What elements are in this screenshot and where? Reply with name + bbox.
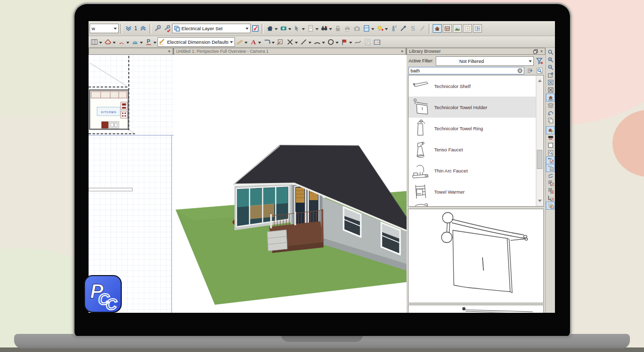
edit-house-icon[interactable] — [546, 127, 554, 134]
tape-measure-icon[interactable] — [235, 37, 245, 47]
wrench-check-icon[interactable] — [163, 23, 172, 34]
house-3d-render[interactable] — [174, 55, 407, 313]
layout-window-icon[interactable] — [473, 24, 482, 33]
ruler-check-icon[interactable] — [546, 195, 554, 202]
list-item[interactable]: Thin Arc Faucet — [409, 160, 543, 181]
grid-off-icon[interactable] — [546, 187, 554, 194]
list-item-partial[interactable] — [409, 202, 543, 207]
toggle-x-icon[interactable] — [546, 164, 554, 171]
floor-plan-drawing[interactable]: KITCHEN — [89, 55, 174, 313]
towel-ring-sketch-icon — [411, 119, 431, 138]
roll-up-icon[interactable] — [138, 23, 148, 34]
list-item-selected[interactable]: Technicolor Towel Holder — [409, 97, 543, 118]
close-icon[interactable]: × — [540, 49, 543, 54]
camera-view-titlebar: Untitled 1: Perspective Full Overview - … — [174, 48, 406, 55]
wall-icon[interactable] — [90, 37, 99, 47]
zoom-in-icon[interactable] — [546, 56, 554, 63]
page-zoom-icon[interactable] — [546, 149, 554, 156]
library-search-input[interactable] — [409, 67, 524, 74]
list-item[interactable]: Technicolor Shelf — [409, 75, 543, 97]
fill-window-icon[interactable] — [546, 79, 554, 86]
shelf-sketch-icon — [411, 76, 431, 96]
flag-icon[interactable] — [340, 37, 349, 47]
refresh-arrows-icon[interactable] — [546, 172, 554, 179]
cabinet-icon[interactable] — [362, 23, 371, 34]
library-browser-panel[interactable]: Library Browser × Active Filter: Not Fil… — [407, 48, 545, 313]
spray-icon[interactable] — [389, 23, 398, 34]
pencil-grid-icon[interactable] — [546, 202, 554, 209]
binoculars-icon[interactable] — [319, 23, 329, 34]
active-filter-combo[interactable]: Not Filtered — [436, 56, 534, 66]
line-icon[interactable] — [299, 37, 308, 47]
cabinet-tool-icon[interactable] — [130, 37, 140, 47]
wrench-icon[interactable] — [153, 23, 163, 34]
snapshot-icon[interactable] — [352, 23, 362, 34]
towel-warmer-sketch-icon — [411, 182, 431, 201]
floor-plan-panel[interactable]: × — [89, 48, 174, 313]
pan-icon[interactable] — [546, 71, 554, 78]
scroll-up-icon[interactable] — [538, 77, 542, 82]
towel-holder-plan-drawing — [409, 305, 543, 312]
camera-view-panel[interactable]: Untitled 1: Perspective Full Overview - … — [174, 48, 407, 313]
electrical-p-icon[interactable]: P — [144, 37, 153, 47]
print-icon[interactable] — [343, 23, 352, 34]
scroll-thumb[interactable] — [537, 150, 542, 169]
color-bar-icon[interactable] — [546, 134, 554, 141]
library-scrollbar[interactable] — [536, 75, 543, 206]
paint-icon[interactable] — [117, 37, 126, 47]
clear-search-icon[interactable] — [517, 68, 523, 73]
text-a-icon[interactable]: A — [249, 37, 258, 47]
roll-down-icon[interactable] — [124, 23, 133, 34]
lock-icon[interactable] — [333, 23, 343, 34]
close-icon[interactable]: × — [168, 49, 171, 54]
close-icon[interactable]: × — [401, 49, 404, 54]
list-item[interactable]: Technicolor Towel Ring — [409, 118, 543, 139]
list-item-label: Towel Warmer — [434, 189, 464, 195]
toggle-check-icon[interactable] — [546, 157, 554, 164]
trim-icon[interactable] — [276, 37, 285, 47]
leader-line-icon[interactable] — [262, 37, 272, 47]
home-icon[interactable] — [265, 23, 275, 34]
scroll-down-icon[interactable] — [538, 200, 542, 204]
eyedropper-icon[interactable] — [398, 23, 408, 34]
elevation-window-icon[interactable] — [443, 24, 452, 33]
cross-x-icon[interactable] — [285, 37, 295, 47]
dimension-defaults-combo[interactable]: Electrical Dimension Defaults — [157, 37, 235, 47]
electrical-window-icon[interactable] — [463, 24, 472, 33]
layer-set-combo[interactable]: Electrical Layer Set — [172, 24, 251, 33]
list-item-label: Technicolor Towel Holder — [434, 105, 487, 110]
float-window-icon[interactable] — [533, 49, 538, 54]
open-page-icon[interactable] — [306, 23, 315, 34]
layer-options-icon[interactable] — [251, 23, 260, 34]
orbit-house-icon[interactable] — [546, 94, 554, 101]
light-add-icon[interactable] — [375, 23, 385, 34]
roof-icon[interactable] — [103, 37, 113, 47]
polyline-icon[interactable] — [353, 37, 363, 47]
filter-funnel-icon[interactable] — [536, 57, 543, 65]
undo-view-icon[interactable] — [546, 109, 554, 116]
library-preview-pane — [408, 209, 544, 303]
render-camera-icon[interactable] — [279, 23, 288, 34]
library-results-list[interactable]: Technicolor Shelf Technicolor Towel Hold… — [408, 75, 544, 207]
zoom-out-icon[interactable] — [546, 64, 554, 71]
list-item[interactable]: Towel Warmer — [409, 181, 543, 202]
window-combo[interactable]: w — [90, 24, 119, 33]
blank-box-icon[interactable] — [546, 142, 554, 149]
copy-view-icon[interactable] — [546, 117, 554, 124]
zoom-icon[interactable] — [546, 49, 554, 56]
plan-window-icon[interactable]: N — [433, 24, 442, 33]
cad-box-icon[interactable]: CAD — [372, 37, 382, 47]
select-arrow-icon[interactable] — [292, 23, 302, 34]
list-item[interactable]: Tenso Faucet — [409, 139, 543, 160]
layers-icon[interactable] — [546, 102, 554, 109]
desk-background: w 1 Electrical Layer Set — [0, 0, 644, 352]
fill-building-icon[interactable] — [546, 86, 554, 94]
search-preview-icon[interactable] — [535, 67, 543, 74]
circle-icon[interactable] — [326, 37, 336, 47]
perspective-window-icon[interactable] — [453, 24, 462, 33]
search-options-icon[interactable] — [526, 67, 534, 74]
camera-view-title: Untitled 1: Perspective Full Overview - … — [176, 49, 269, 54]
arc-icon[interactable] — [312, 37, 322, 47]
grid-check-icon[interactable] — [546, 180, 554, 187]
style-s-icon[interactable]: S — [408, 23, 418, 34]
